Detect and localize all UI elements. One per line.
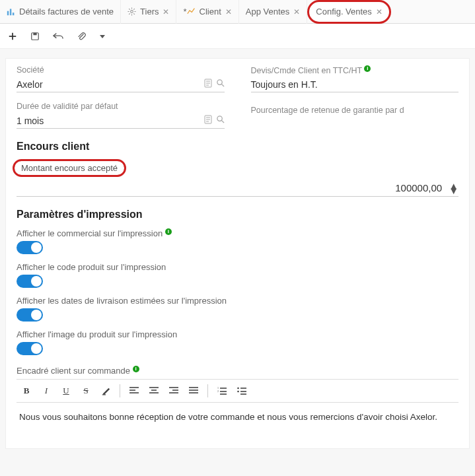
svg-rect-29 [102,394,106,395]
close-icon[interactable]: ✕ [376,7,383,17]
svg-rect-2 [13,13,14,15]
duree-label: Durée de validité par défaut [17,102,225,111]
svg-line-28 [221,121,224,123]
attachment-button[interactable] [77,32,86,41]
doc-icon[interactable] [204,115,212,126]
gear-icon [128,7,136,16]
toggle-commercial[interactable] [17,241,43,254]
doc-icon[interactable] [204,79,212,90]
separator [207,384,208,397]
svg-point-27 [217,116,221,121]
svg-rect-1 [10,9,11,15]
info-icon[interactable]: i [364,65,371,72]
svg-point-48 [237,391,239,393]
toggle-code-produit[interactable] [17,275,43,288]
rte-toolbar: B I U S 12 [17,379,458,403]
montant-encours-value: 100000,00 [395,182,442,193]
encours-section-title: Encours client [17,141,458,153]
chevron-down-icon[interactable]: ▼ [449,188,458,193]
svg-point-3 [131,11,133,13]
societe-value: Axelor [17,79,43,90]
number-stepper[interactable]: ▲ ▼ [449,184,458,193]
rte-strike[interactable]: S [77,382,94,399]
tab-config-ventes[interactable]: Config. Ventes ✕ [307,0,391,24]
close-icon[interactable]: ✕ [293,7,300,17]
bar-chart-icon [7,7,15,16]
rte-align-justify[interactable] [185,382,202,399]
svg-line-22 [221,84,224,86]
tab-bar: Détails factures de vente Tiers ✕ * Clie… [0,0,475,24]
impression-section-title: Paramètres d'impression [17,209,458,221]
svg-line-10 [129,13,130,15]
societe-field[interactable]: Axelor [17,77,225,92]
toolbar [0,24,475,49]
undo-button[interactable] [53,32,63,41]
svg-line-9 [133,13,135,15]
toggle-dates-livraison-label: Afficher les dates de livraison estimées… [17,296,458,306]
info-icon[interactable]: i [133,366,139,372]
svg-rect-0 [7,11,9,16]
societe-label: Société [17,65,225,75]
rte-bold[interactable]: B [18,382,35,399]
retenue-label: Pourcentage de retenue de garantie par d [251,106,459,115]
rte-align-right[interactable] [165,382,182,399]
rte-list-ordered[interactable]: 12 [213,382,231,399]
tab-label: Tiers [140,7,159,17]
tab-label: App Ventes [246,7,290,17]
rte-content[interactable]: Nous vous souhaitons bonne réception de … [17,403,458,431]
save-button[interactable] [30,32,40,41]
svg-point-47 [237,388,239,390]
close-icon[interactable]: ✕ [163,7,169,17]
info-icon[interactable]: i [165,228,172,235]
more-dropdown[interactable] [99,33,106,40]
search-icon[interactable] [216,79,225,90]
form-panel: Société Axelor Devis/Cmde Client en TTC/… [5,58,470,449]
tab-label: Config. Ventes [316,7,372,17]
devis-field[interactable]: Toujours en H.T. [251,77,459,92]
duree-value: 1 mois [17,116,44,126]
rte-clear-format[interactable] [97,382,114,399]
search-icon[interactable] [216,115,225,126]
close-icon[interactable]: ✕ [225,7,232,17]
line-chart-icon [187,7,196,16]
svg-rect-15 [33,32,36,35]
devis-value: Toujours en H.T. [251,79,318,90]
duree-field[interactable]: 1 mois [17,113,225,129]
separator [120,384,120,397]
toggle-dates-livraison[interactable] [17,308,43,322]
montant-encours-field[interactable]: 100000,00 ▲ ▼ [17,180,458,197]
svg-point-21 [217,80,221,85]
tab-client[interactable]: * Client ✕ [176,0,238,24]
rte-align-center[interactable] [145,382,163,399]
svg-marker-16 [100,35,105,38]
add-button[interactable] [8,32,17,41]
rte-underline[interactable]: U [57,382,75,399]
toggle-commercial-label: Afficher le commercial sur l'impression … [17,228,458,238]
svg-line-8 [129,9,130,10]
svg-text:2: 2 [217,390,219,393]
svg-line-11 [133,9,135,10]
tab-label: Détails factures de vente [19,7,114,17]
tab-details-factures[interactable]: Détails factures de vente [0,0,121,24]
tab-label: Client [200,7,221,17]
toggle-image-produit-label: Afficher l'image du produit sur l'impres… [17,329,458,339]
tab-tiers[interactable]: Tiers ✕ [121,0,176,24]
devis-label: Devis/Cmde Client en TTC/HT i [251,65,459,75]
montant-encours-label: Montant encours accepté [13,159,126,177]
rte-italic[interactable]: I [38,382,55,399]
rte-list-bullet[interactable] [233,382,250,399]
rte-label: Encadré client sur commande i [17,366,458,376]
toggle-code-produit-label: Afficher le code produit sur l'impressio… [17,262,458,272]
toggle-image-produit[interactable] [17,342,43,355]
tab-app-ventes[interactable]: App Ventes ✕ [239,0,308,24]
rte-align-left[interactable] [126,382,143,399]
